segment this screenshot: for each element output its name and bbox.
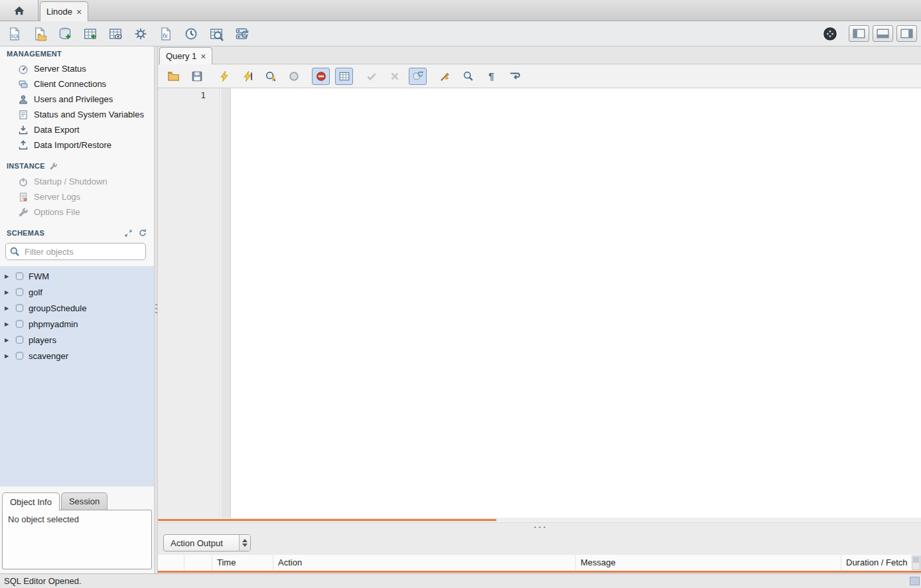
new-schema-icon [58, 27, 72, 41]
tab-session[interactable]: Session [61, 492, 107, 510]
schemas-title: SCHEMAS [7, 229, 44, 237]
main-area: Query 1 × [158, 46, 921, 573]
find-button[interactable] [459, 68, 477, 85]
schema-item-label: scavenger [29, 351, 68, 361]
new-procedure-button[interactable] [130, 25, 151, 43]
rollback-icon [389, 70, 401, 82]
expander-icon[interactable]: ▶ [5, 321, 11, 327]
expander-icon[interactable]: ▶ [5, 305, 11, 311]
sql-editor: 1 [158, 88, 921, 518]
expander-icon[interactable]: ▶ [5, 273, 11, 279]
connection-tab-label: Linode [46, 7, 72, 17]
toggle-autocommit-button[interactable] [409, 68, 427, 85]
execute-button[interactable] [215, 68, 233, 85]
sidebar-item-startup-shutdown[interactable]: Startup / Shutdown [0, 174, 154, 189]
sidebar-item-label: Client Connections [34, 79, 106, 89]
new-sql-tab-button[interactable]: SQL [4, 25, 25, 43]
query-tab-bar: Query 1 × [158, 46, 921, 64]
output-scrollbar[interactable] [912, 555, 920, 570]
output-column-headers: Time Action Message Duration / Fetch [158, 555, 921, 573]
sidebar-item-label: Data Import/Restore [34, 140, 111, 150]
expander-icon[interactable]: ▶ [5, 289, 11, 295]
column-header-duration: Duration / Fetch [841, 555, 921, 571]
close-icon[interactable]: × [200, 52, 206, 61]
new-schema-button[interactable] [54, 25, 75, 43]
toggle-output-panel-button[interactable] [873, 25, 893, 42]
schema-item-players[interactable]: ▶ players [0, 332, 154, 348]
server-status-icon [18, 64, 29, 74]
schema-item-fwm[interactable]: ▶ FWM [0, 268, 154, 284]
sidebar-item-users-privileges[interactable]: Users and Privileges [0, 92, 154, 107]
sidebar-item-data-export[interactable]: Data Export [0, 122, 154, 137]
sidebar-item-data-import-restore[interactable]: Data Import/Restore [0, 137, 154, 153]
toggle-stop-on-error-button[interactable] [312, 68, 330, 85]
wrap-text-button[interactable] [506, 68, 524, 85]
stepper-icon[interactable] [239, 535, 250, 551]
sidebar-item-status-system-variables[interactable]: Status and System Variables [0, 107, 154, 122]
save-icon [191, 70, 203, 82]
schema-item-scavenger[interactable]: ▶ scavenger [0, 348, 154, 364]
schema-item-groupschedule[interactable]: ▶ groupSchedule [0, 300, 154, 316]
invisible-characters-button[interactable]: ¶ [482, 68, 500, 85]
connection-tab[interactable]: Linode × [40, 1, 88, 21]
tab-object-info[interactable]: Object Info [2, 492, 60, 511]
sidebar-item-label: Status and System Variables [34, 110, 144, 119]
beautify-button[interactable] [436, 68, 454, 85]
reconnect-dbms-button[interactable] [231, 25, 251, 43]
execute-current-button[interactable] [238, 68, 256, 85]
sidebar-item-client-connections[interactable]: Client Connections [0, 76, 154, 92]
explain-icon [265, 70, 277, 82]
schema-item-phpmyadmin[interactable]: ▶ phpmyadmin [0, 316, 154, 332]
scrollbar-thumb[interactable] [158, 519, 496, 521]
home-tab[interactable] [0, 0, 38, 21]
main-toolbar: SQL fx [0, 21, 921, 46]
new-view-button[interactable] [105, 25, 125, 43]
instance-section-header: INSTANCE [7, 161, 58, 171]
save-script-button[interactable] [188, 68, 206, 85]
sidebar-item-options-file[interactable]: Options File [0, 204, 154, 220]
execute-current-icon [242, 70, 253, 82]
resize-grip[interactable] [910, 577, 920, 585]
open-sql-script-button[interactable] [29, 25, 50, 43]
home-icon [13, 4, 26, 17]
stop-button[interactable] [285, 68, 303, 85]
toggle-right-sidebar-button[interactable] [896, 25, 917, 42]
object-info-message: No object selected [8, 514, 79, 524]
expander-icon[interactable]: ▶ [5, 337, 11, 343]
data-import-icon [18, 140, 29, 151]
sidebar-item-label: Options File [34, 207, 80, 217]
expand-schemas-icon[interactable] [124, 229, 133, 238]
expander-icon[interactable]: ▶ [5, 353, 11, 359]
rollback-button[interactable] [386, 68, 403, 85]
schema-filter-input[interactable] [5, 243, 146, 260]
window-tab-bar: Linode × [0, 0, 921, 21]
schema-item-label: phpmyadmin [29, 319, 78, 329]
sidebar-item-server-status[interactable]: Server Status [0, 61, 154, 76]
search-table-data-button[interactable] [206, 25, 226, 43]
limit-rows-button[interactable] [335, 68, 353, 85]
database-icon [15, 351, 25, 361]
code-area[interactable] [232, 88, 921, 518]
open-script-button[interactable] [165, 68, 182, 85]
sidebar-item-server-logs[interactable]: Server Logs [0, 189, 154, 204]
column-header-time: Time [212, 555, 273, 571]
user-icon [18, 94, 29, 105]
refresh-schemas-icon[interactable] [138, 228, 147, 238]
tab-label: Object Info [10, 497, 52, 507]
management-section-header: MANAGEMENT [7, 48, 62, 59]
new-table-button[interactable] [80, 25, 100, 43]
toggle-left-sidebar-button[interactable] [849, 25, 869, 42]
new-event-button[interactable] [180, 25, 201, 43]
options-file-icon [18, 207, 29, 218]
new-function-button[interactable]: fx [155, 25, 176, 43]
sidebar-item-label: Server Logs [34, 192, 80, 202]
output-view-selector[interactable]: Action Output [163, 534, 251, 551]
commit-button[interactable] [362, 68, 380, 85]
schema-item-golf[interactable]: ▶ golf [0, 284, 154, 300]
column-header-action: Action [273, 555, 576, 571]
query-tab[interactable]: Query 1 × [159, 47, 212, 64]
output-splitter[interactable] [158, 522, 921, 531]
close-icon[interactable]: × [76, 7, 82, 17]
new-table-icon [83, 27, 98, 41]
explain-button[interactable] [261, 68, 279, 85]
